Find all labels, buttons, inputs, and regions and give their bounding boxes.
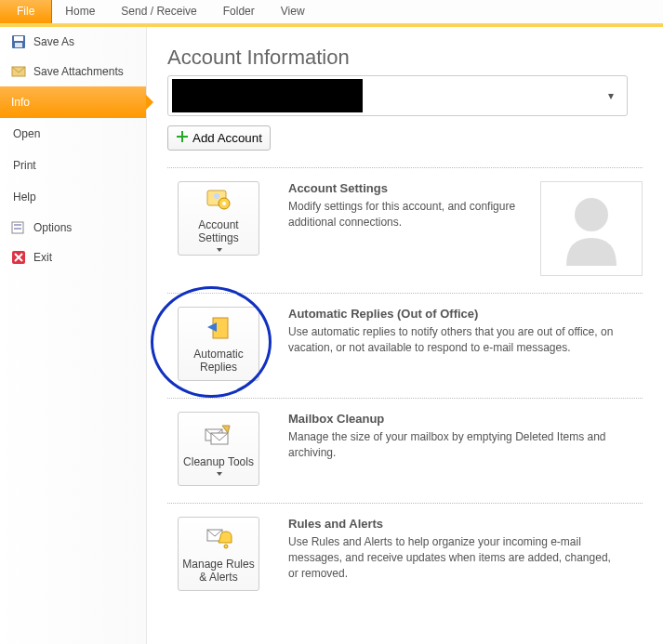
tab-home[interactable]: Home [52,0,108,23]
section-mailbox-cleanup: Cleanup Tools Mailbox Cleanup Manage the… [167,412,643,486]
account-settings-desc: Modify settings for this account, and co… [288,199,522,230]
tab-send-receive[interactable]: Send / Receive [108,0,209,23]
sidebar-info[interactable]: Info [0,86,146,118]
mailbox-cleanup-title: Mailbox Cleanup [288,412,643,426]
account-name-redacted [172,79,363,112]
add-account-label: Add Account [192,131,262,145]
options-icon [11,220,26,235]
attachment-icon [11,64,26,79]
ribbon: File Home Send / Receive Folder View [0,0,663,24]
sidebar-save-as-label: Save As [33,35,74,48]
cleanup-icon [204,422,233,452]
automatic-replies-button-label: Automatic Replies [182,348,255,375]
svg-point-12 [575,198,608,231]
account-settings-button[interactable]: Account Settings [178,181,259,256]
chevron-down-icon [217,472,222,476]
svg-point-11 [222,202,226,205]
section-rules-alerts: Manage Rules & Alerts Rules and Alerts U… [167,517,643,591]
account-avatar [540,181,643,276]
chevron-down-icon: ▾ [595,89,627,102]
sidebar-print[interactable]: Print [0,150,146,181]
sidebar-exit[interactable]: Exit [0,243,146,272]
sidebar-help-label: Help [13,191,36,204]
account-selector[interactable]: ▾ [167,75,628,116]
sidebar-options-label: Options [33,221,72,234]
sidebar-save-as[interactable]: Save As [0,27,146,57]
sidebar-exit-label: Exit [33,251,52,264]
account-settings-icon [204,185,233,215]
account-settings-button-label: Account Settings [182,218,255,245]
tab-folder[interactable]: Folder [210,0,268,23]
divider [167,293,643,294]
backstage-sidebar: Save As Save Attachments Info Open Print… [0,27,147,644]
sidebar-help[interactable]: Help [0,181,146,213]
svg-rect-5 [14,224,21,226]
sidebar-print-label: Print [13,159,36,172]
account-settings-title: Account Settings [288,181,522,195]
rules-alerts-desc: Use Rules and Alerts to help organize yo… [288,534,623,581]
divider [167,167,643,168]
plus-icon [176,130,189,146]
section-account-settings: Account Settings Account Settings Modify… [167,181,643,276]
mailbox-cleanup-desc: Manage the size of your mailbox by empty… [288,429,623,461]
save-icon [11,34,26,49]
sidebar-options[interactable]: Options [0,213,146,243]
chevron-down-icon [217,248,222,252]
automatic-replies-icon [204,314,233,344]
rules-alerts-title: Rules and Alerts [288,517,643,531]
svg-rect-1 [14,36,23,41]
svg-point-9 [214,193,219,199]
manage-rules-alerts-button[interactable]: Manage Rules & Alerts [178,517,259,591]
automatic-replies-desc: Use automatic replies to notify others t… [288,324,623,356]
svg-point-17 [224,545,228,548]
rules-alerts-icon [204,524,233,554]
page-title: Account Information [167,46,643,70]
sidebar-info-label: Info [11,96,30,109]
svg-rect-2 [15,43,22,47]
section-automatic-replies: Automatic Replies Automatic Replies (Out… [167,307,643,381]
tab-view[interactable]: View [268,0,318,23]
sidebar-open-label: Open [13,127,40,140]
manage-rules-alerts-button-label: Manage Rules & Alerts [182,558,255,585]
cleanup-tools-button-label: Cleanup Tools [183,455,254,468]
automatic-replies-title: Automatic Replies (Out of Office) [288,307,643,321]
sidebar-open[interactable]: Open [0,118,146,150]
cleanup-tools-button[interactable]: Cleanup Tools [178,412,259,486]
sidebar-save-attachments-label: Save Attachments [33,65,124,78]
add-account-button[interactable]: Add Account [167,125,271,151]
divider [167,503,643,504]
divider [167,398,643,399]
backstage-main: Account Information ▾ Add Account Accoun… [147,27,663,644]
exit-icon [11,250,26,265]
svg-rect-6 [14,228,21,230]
automatic-replies-button[interactable]: Automatic Replies [178,307,259,381]
tab-file[interactable]: File [0,0,52,23]
sidebar-save-attachments[interactable]: Save Attachments [0,57,146,86]
